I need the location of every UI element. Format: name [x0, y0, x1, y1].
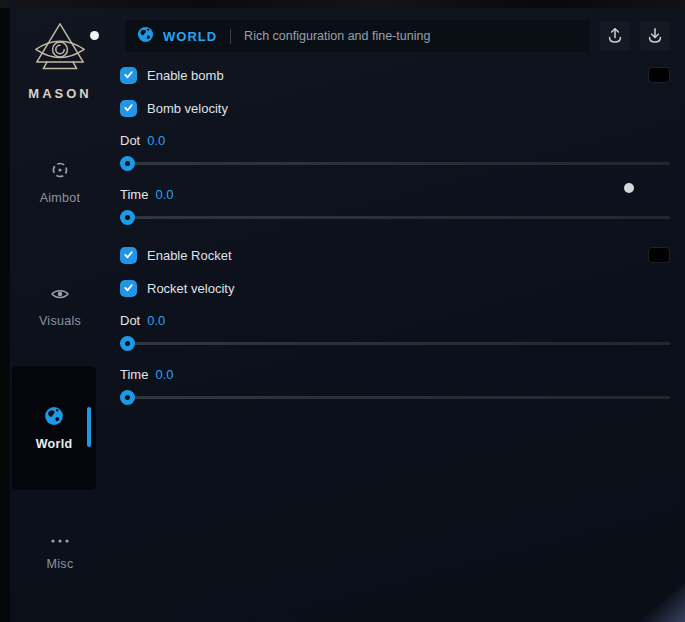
slider-value: 0.0 [147, 313, 165, 328]
sidebar-item-label: World [36, 437, 73, 451]
toggle-label: Enable Rocket [147, 248, 232, 263]
slider-handle[interactable] [120, 156, 135, 171]
sidebar-item-label: Visuals [39, 314, 81, 328]
slider-label: Dot [120, 313, 140, 328]
toggle-label: Rocket velocity [147, 281, 234, 296]
slider-handle[interactable] [120, 210, 135, 225]
slider-value: 0.0 [155, 187, 173, 202]
export-config-button[interactable] [600, 21, 630, 51]
toggle-row-enable-bomb: Enable bomb [120, 66, 670, 84]
slider-track[interactable] [120, 336, 670, 351]
app-window: MASON Aimbot Visuals [10, 8, 685, 622]
slider-handle[interactable] [120, 390, 135, 405]
bomb-color-swatch[interactable] [648, 67, 670, 83]
page-subtitle: Rich configuration and fine-tuning [244, 29, 430, 43]
slider-bomb-dot: Dot 0.0 [120, 133, 670, 171]
title-bar: WORLD Rich configuration and fine-tuning [125, 20, 590, 52]
check-icon [123, 279, 134, 297]
outer-frame [0, 0, 685, 8]
bomb-velocity-checkbox[interactable] [120, 100, 137, 117]
rocket-velocity-checkbox[interactable] [120, 280, 137, 297]
rocket-color-swatch[interactable] [648, 247, 670, 263]
page-header: WORLD Rich configuration and fine-tuning [120, 20, 670, 52]
sidebar: MASON Aimbot Visuals [10, 8, 110, 622]
slider-rocket-time: Time 0.0 [120, 367, 670, 405]
globe-icon [44, 406, 64, 430]
upload-icon [605, 25, 625, 48]
slider-value: 0.0 [147, 133, 165, 148]
main-panel: WORLD Rich configuration and fine-tuning [120, 20, 670, 419]
globe-icon [137, 26, 154, 47]
cursor-dot [90, 31, 99, 40]
sidebar-item-misc[interactable]: Misc [10, 532, 110, 571]
slider-track[interactable] [120, 390, 670, 405]
slider-label: Dot [120, 133, 140, 148]
slider-label: Time [120, 367, 148, 382]
title-divider [230, 29, 231, 44]
slider-value: 0.0 [155, 367, 173, 382]
toggle-label: Bomb velocity [147, 101, 228, 116]
enable-rocket-checkbox[interactable] [120, 247, 137, 264]
slider-label: Time [120, 187, 148, 202]
ellipsis-icon [49, 532, 71, 550]
sidebar-item-label: Aimbot [40, 191, 81, 205]
sidebar-item-label: Misc [47, 557, 74, 571]
sidebar-item-world[interactable]: World [12, 366, 96, 490]
toggle-row-enable-rocket: Enable Rocket [120, 246, 670, 264]
toggle-label: Enable bomb [147, 68, 224, 83]
settings-content: Enable bomb Bomb velocity Dot 0.0 [120, 66, 670, 405]
slider-bomb-time: Time 0.0 [120, 187, 670, 225]
enable-bomb-checkbox[interactable] [120, 67, 137, 84]
slider-rocket-dot: Dot 0.0 [120, 313, 670, 351]
slider-track[interactable] [120, 210, 670, 225]
cursor-dot [624, 183, 634, 193]
check-icon [123, 99, 134, 117]
page-title: WORLD [163, 29, 217, 44]
slider-handle[interactable] [120, 336, 135, 351]
eye-icon [50, 285, 70, 307]
toggle-row-rocket-velocity: Rocket velocity [120, 279, 670, 297]
active-tab-indicator [87, 407, 91, 447]
import-config-button[interactable] [640, 21, 670, 51]
sidebar-item-visuals[interactable]: Visuals [10, 285, 110, 328]
mason-logo-icon [32, 62, 88, 79]
brand-name: MASON [10, 86, 110, 101]
slider-track[interactable] [120, 156, 670, 171]
download-icon [645, 25, 665, 48]
toggle-row-bomb-velocity: Bomb velocity [120, 99, 670, 117]
crosshair-icon [50, 160, 70, 184]
corner-glow-decoration [633, 576, 685, 622]
check-icon [123, 246, 134, 264]
check-icon [123, 66, 134, 84]
sidebar-item-aimbot[interactable]: Aimbot [10, 160, 110, 205]
